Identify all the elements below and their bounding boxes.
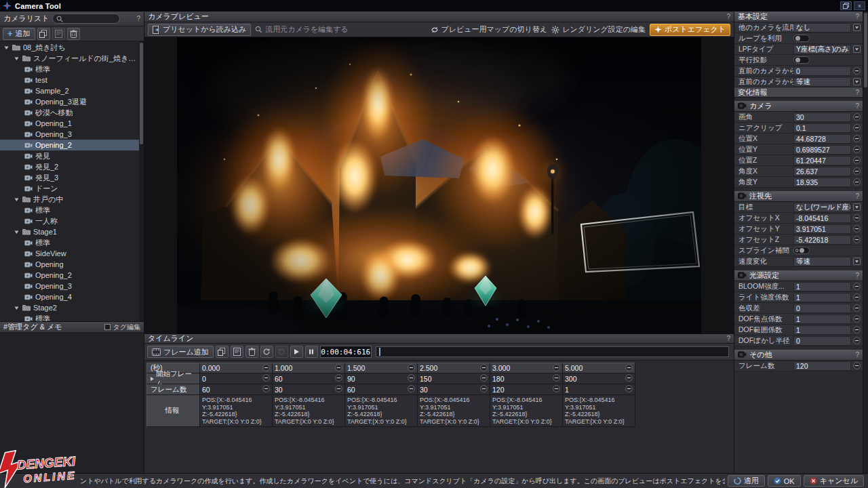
stepper-icon[interactable]: [852, 214, 861, 222]
tree-scrollbar[interactable]: [139, 41, 144, 321]
property-value[interactable]: 1: [793, 282, 851, 291]
help-icon[interactable]: ?: [855, 351, 859, 359]
property-value[interactable]: 0: [793, 304, 851, 313]
add-camera-button[interactable]: + 追加: [3, 28, 35, 40]
timeline-count-cell[interactable]: 120: [490, 384, 563, 395]
section-header[interactable]: その他?: [734, 350, 863, 361]
dropdown-icon[interactable]: [852, 203, 861, 211]
timeline-start-cell[interactable]: 90: [345, 373, 418, 384]
playhead[interactable]: [379, 348, 380, 356]
stepper-icon[interactable]: [408, 385, 415, 394]
stepper-icon[interactable]: [408, 364, 415, 373]
property-value[interactable]: 1: [793, 314, 851, 324]
timeline-start-cell[interactable]: 0: [200, 373, 273, 384]
restore-button[interactable]: [840, 1, 852, 10]
copy-frame-button[interactable]: [216, 346, 229, 358]
timeline-sec-cell[interactable]: 2.500: [418, 363, 490, 373]
property-value[interactable]: 26.637: [793, 167, 851, 176]
tree-item[interactable]: Opening_3: [0, 281, 144, 291]
section-header[interactable]: 基本設定?: [734, 12, 863, 22]
preview-viewport[interactable]: [144, 37, 734, 334]
stepper-icon[interactable]: [852, 304, 861, 312]
tree-item[interactable]: Opening_4: [0, 291, 144, 302]
stepper-icon[interactable]: [852, 283, 861, 290]
stepper-icon[interactable]: [852, 167, 861, 175]
timeline-scrubber[interactable]: [376, 346, 729, 357]
stepper-icon[interactable]: [408, 374, 415, 383]
dropdown-icon[interactable]: [852, 24, 861, 31]
help-icon[interactable]: ?: [855, 13, 859, 20]
property-value[interactable]: 1: [793, 293, 851, 302]
scrollbar-thumb[interactable]: [140, 43, 143, 144]
stepper-icon[interactable]: [852, 225, 861, 232]
stepper-icon[interactable]: [852, 362, 861, 369]
timeline-start-cell[interactable]: 300: [563, 373, 635, 384]
property-value[interactable]: 18.935: [793, 178, 851, 187]
stepper-icon[interactable]: [852, 178, 861, 186]
section-header[interactable]: 光源設定?: [734, 270, 863, 281]
property-value[interactable]: Y座標(高さ)のみ: [793, 45, 851, 54]
stepper-icon[interactable]: [553, 364, 560, 373]
timeline-start-cell[interactable]: 60: [273, 373, 345, 384]
help-icon[interactable]: ?: [855, 272, 859, 279]
stepper-icon[interactable]: [852, 315, 861, 323]
timeline-count-cell[interactable]: 30: [418, 384, 490, 395]
help-icon[interactable]: ?: [855, 102, 859, 110]
tree-item[interactable]: 砂漠へ移動: [0, 107, 144, 118]
stepper-icon[interactable]: [625, 374, 633, 383]
tree-item[interactable]: Opening_2: [0, 140, 144, 150]
camera-search-box[interactable]: [52, 14, 120, 24]
tree-item[interactable]: Sample_2: [0, 85, 144, 96]
tag-edit-checkbox[interactable]: タグ編集: [104, 323, 140, 332]
stepper-icon[interactable]: [480, 374, 488, 383]
preview-render[interactable]: [177, 37, 701, 334]
property-value[interactable]: 0: [793, 66, 851, 76]
stepper-icon[interactable]: [553, 385, 560, 394]
tree-item[interactable]: 一人称: [0, 216, 144, 226]
scrollbar-thumb[interactable]: [864, 13, 867, 87]
delete-frame-button[interactable]: [245, 346, 258, 358]
stepper-icon[interactable]: [262, 364, 270, 373]
cancel-button[interactable]: キャンセル: [804, 475, 864, 487]
memo-button[interactable]: [231, 346, 243, 358]
edit-source-camera-button[interactable]: 流用元カメラを編集する: [255, 24, 349, 35]
stepper-icon[interactable]: [553, 374, 560, 383]
tree-item[interactable]: SideView: [0, 248, 144, 259]
play-button[interactable]: [290, 346, 303, 358]
stepper-icon[interactable]: [625, 385, 633, 394]
tree-item[interactable]: Opening: [0, 259, 144, 270]
render-settings-button[interactable]: レンダリング設定の編集: [551, 24, 646, 35]
stepper-icon[interactable]: [852, 146, 861, 153]
apply-button[interactable]: 適用: [728, 475, 765, 487]
property-value[interactable]: なし(ワールド座標): [793, 203, 851, 212]
property-value[interactable]: 0.1: [793, 123, 851, 133]
property-value[interactable]: 44.68728: [793, 134, 851, 144]
tree-item[interactable]: Opening_1: [0, 118, 144, 129]
stepper-icon[interactable]: [335, 374, 342, 383]
stepper-icon[interactable]: [335, 364, 342, 373]
timeline-sec-cell[interactable]: 5.000: [563, 363, 635, 373]
stepper-icon[interactable]: [852, 326, 861, 333]
timeline-sec-cell[interactable]: 1.000: [273, 363, 345, 373]
stepper-icon[interactable]: [852, 236, 861, 243]
tree-item[interactable]: Opening_3: [0, 129, 144, 140]
stepper-icon[interactable]: [852, 157, 861, 164]
stepper-icon[interactable]: [262, 374, 270, 383]
tree-folder[interactable]: 井戸の中: [0, 194, 144, 205]
stepper-icon[interactable]: [852, 67, 861, 75]
tree-item[interactable]: 標準: [0, 205, 144, 216]
tree-item[interactable]: 発見: [0, 150, 144, 161]
property-value[interactable]: 0: [793, 336, 851, 346]
property-value[interactable]: 1: [793, 325, 851, 335]
toggle-switch[interactable]: [793, 35, 810, 42]
copy-camera-button[interactable]: [37, 28, 50, 40]
tree-item[interactable]: 発見_3: [0, 172, 144, 183]
property-value[interactable]: 3.917051: [793, 224, 851, 234]
timeline-count-cell[interactable]: 30: [273, 384, 345, 395]
delete-camera-button[interactable]: [67, 28, 80, 40]
tree-folder[interactable]: Stage2: [0, 302, 144, 313]
timeline-start-cell[interactable]: 180: [490, 373, 563, 384]
tree-item[interactable]: test: [0, 75, 144, 85]
property-value[interactable]: なし: [793, 23, 851, 33]
toggle-switch[interactable]: 0: [793, 247, 810, 254]
